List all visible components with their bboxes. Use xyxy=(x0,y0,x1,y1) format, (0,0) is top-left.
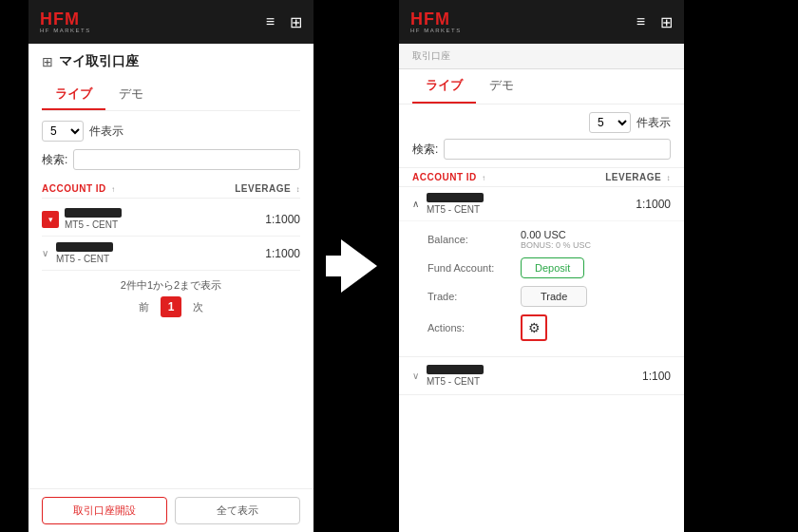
exp-account-info: MT5 - CENT xyxy=(427,193,595,215)
second-account-leverage: 1:100 xyxy=(595,370,671,383)
left-header: HFM HF MARKETS ≡ ⊞ xyxy=(28,0,314,44)
expand-btn-1[interactable]: ▾ xyxy=(42,211,59,228)
right-table-header: ACCOUNT ID ↑ LEVERAGE ↕ xyxy=(399,168,684,187)
right-panel: HFM HF MARKETS ≡ ⊞ 取引口座 ライブ デモ 510 件表示 検… xyxy=(399,0,684,532)
exp-leverage: 1:1000 xyxy=(595,198,671,211)
search-label: 検索: xyxy=(42,152,67,168)
left-controls-row: 5 10 25 件表示 xyxy=(42,121,300,142)
right-grid-icon[interactable]: ⊞ xyxy=(660,13,673,31)
left-content: ⊞ マイ取引口座 ライブ デモ 5 10 25 件表示 検索: ACCOUNT … xyxy=(28,44,314,488)
per-page-label: 件表示 xyxy=(89,124,124,140)
chevron-down-second[interactable]: ∨ xyxy=(412,370,419,381)
next-page-btn[interactable]: 次 xyxy=(187,298,209,316)
top-bar-text: 取引口座 xyxy=(412,49,450,63)
right-logo-sub: HF MARKETS xyxy=(410,28,462,33)
right-sort-asc-icon: ↑ xyxy=(482,174,486,182)
grid-view-icon[interactable]: ⊞ xyxy=(290,13,302,31)
actions-label: Actions: xyxy=(428,322,513,333)
page-grid-icon: ⊞ xyxy=(42,54,53,69)
balance-row: Balance: 0.00 USC BONUS: 0 % USC xyxy=(428,229,671,250)
second-account-row: ∨ MT5 - CENT 1:100 xyxy=(399,357,684,395)
expanded-account-header: ∧ MT5 - CENT 1:1000 xyxy=(399,187,684,221)
right-col-leverage: LEVERAGE ↕ xyxy=(595,172,671,182)
col-account-id: ACCOUNT ID ↑ xyxy=(42,183,224,194)
balance-value: 0.00 USC xyxy=(521,229,591,240)
balance-bonus: BONUS: 0 % USC xyxy=(521,240,591,250)
sort-leverage-icon: ↕ xyxy=(296,185,301,194)
per-page-select[interactable]: 5 10 25 xyxy=(42,121,84,142)
gear-icon: ⚙ xyxy=(528,320,541,335)
right-sort-leverage-icon: ↕ xyxy=(667,174,672,182)
fund-label: Fund Account: xyxy=(428,262,513,274)
right-per-page-label: 件表示 xyxy=(636,115,671,131)
account-type-1: MT5 - CENT xyxy=(65,219,218,230)
chevron-down-2: ∨ xyxy=(42,248,48,258)
arrow-container xyxy=(314,0,390,532)
arrow-head xyxy=(341,239,377,293)
second-account-type: MT5 - CENT xyxy=(427,376,587,387)
right-tab-demo[interactable]: デモ xyxy=(476,69,527,104)
account-id-mask-2 xyxy=(56,242,113,252)
right-menu-icon[interactable]: ≡ xyxy=(636,13,645,30)
fund-row: Fund Account: Deposit xyxy=(428,257,671,278)
left-table-header: ACCOUNT ID ↑ LEVERAGE ↕ xyxy=(42,180,300,199)
right-per-page-select[interactable]: 510 xyxy=(589,112,631,133)
page-title-row: ⊞ マイ取引口座 xyxy=(42,53,300,70)
account-leverage-2: 1:1000 xyxy=(224,247,300,260)
account-info-2: MT5 - CENT xyxy=(56,242,218,264)
right-top-bar: 取引口座 xyxy=(399,44,684,69)
view-all-btn[interactable]: 全て表示 xyxy=(175,497,300,524)
right-col-account-id: ACCOUNT ID ↑ xyxy=(412,172,595,182)
arrow-tail xyxy=(326,256,341,276)
detail-rows: Balance: 0.00 USC BONUS: 0 % USC Fund Ac… xyxy=(399,221,684,356)
tab-demo[interactable]: デモ xyxy=(105,80,157,110)
sort-asc-icon: ↑ xyxy=(111,185,116,194)
account-id-mask-1 xyxy=(65,208,122,218)
right-logo-hfm: HFM xyxy=(410,10,462,28)
pagination-info: 2件中1から2まで表示 xyxy=(42,278,300,293)
exp-account-id-mask xyxy=(427,193,484,202)
account-row-2: ∨ MT5 - CENT 1:1000 xyxy=(42,237,300,271)
right-search-label: 検索: xyxy=(412,142,438,158)
right-logo: HFM HF MARKETS xyxy=(410,10,462,33)
account-row-1: ▾ MT5 - CENT 1:1000 xyxy=(42,202,300,237)
right-header: HFM HF MARKETS ≡ ⊞ xyxy=(399,0,684,44)
right-controls: 510 件表示 検索: xyxy=(399,104,684,168)
exp-account-type: MT5 - CENT xyxy=(427,204,595,215)
page-title: マイ取引口座 xyxy=(59,53,139,70)
left-search-row: 検索: xyxy=(42,149,300,170)
account-leverage-1: 1:1000 xyxy=(224,213,300,226)
open-account-btn[interactable]: 取引口座開設 xyxy=(42,497,167,524)
right-tab-live[interactable]: ライブ xyxy=(412,69,476,104)
left-tabs: ライブ デモ xyxy=(42,80,300,111)
actions-row: Actions: ⚙ xyxy=(428,314,671,341)
account-info-1: MT5 - CENT xyxy=(65,208,218,230)
balance-label: Balance: xyxy=(428,234,513,245)
second-account-id-mask xyxy=(427,365,484,374)
trade-label: Trade: xyxy=(428,291,513,302)
left-panel: HFM HF MARKETS ≡ ⊞ ⊞ マイ取引口座 ライブ デモ 5 10 … xyxy=(28,0,314,532)
menu-icon[interactable]: ≡ xyxy=(266,13,275,30)
account-type-2: MT5 - CENT xyxy=(56,254,218,264)
gear-btn[interactable]: ⚙ xyxy=(521,314,547,341)
arrow-shape xyxy=(326,239,377,293)
expanded-account-section: ∧ MT5 - CENT 1:1000 Balance: 0.00 USC BO… xyxy=(399,187,684,357)
trade-btn[interactable]: Trade xyxy=(521,286,587,307)
left-logo: HFM HF MARKETS xyxy=(40,10,91,33)
logo-sub-text: HF MARKETS xyxy=(40,28,91,33)
pagination-row: 前 1 次 xyxy=(42,296,300,317)
left-footer: 取引口座開設 全て表示 xyxy=(28,488,314,532)
tab-live[interactable]: ライブ xyxy=(42,80,105,110)
logo-hfm-text: HFM xyxy=(40,10,91,28)
search-input[interactable] xyxy=(73,149,300,170)
current-page[interactable]: 1 xyxy=(161,296,181,317)
right-search-input[interactable] xyxy=(444,139,671,160)
second-account-info: MT5 - CENT xyxy=(427,365,587,387)
right-tabs: ライブ デモ xyxy=(399,69,684,104)
trade-row: Trade: Trade xyxy=(428,286,671,307)
prev-page-btn[interactable]: 前 xyxy=(133,298,155,316)
right-main-content: ∧ MT5 - CENT 1:1000 Balance: 0.00 USC BO… xyxy=(399,187,684,532)
col-leverage: LEVERAGE ↕ xyxy=(224,183,300,194)
chevron-up-icon[interactable]: ∧ xyxy=(412,199,419,209)
deposit-btn[interactable]: Deposit xyxy=(521,257,584,278)
